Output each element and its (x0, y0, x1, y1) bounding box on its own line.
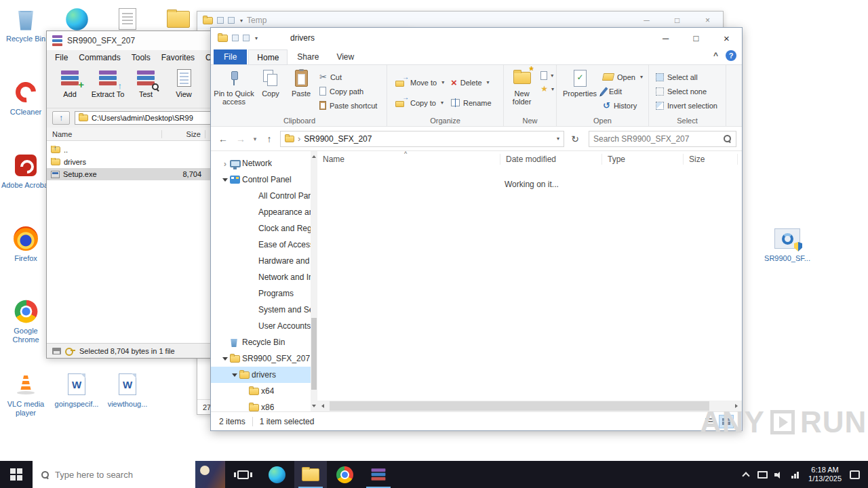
desktop-icon-ccleaner[interactable]: CCleaner (0, 79, 52, 117)
back-button[interactable]: ← (216, 134, 230, 144)
menu-item-tools[interactable]: Tools (126, 53, 156, 62)
sidebar-item-clock-and-region[interactable]: Clock and Region (211, 220, 311, 237)
quick-access-dropdown-icon[interactable]: ▾ (255, 35, 258, 41)
open-button[interactable]: Open▾ (600, 70, 646, 84)
pin-to-quick-access-button[interactable]: Pin to Quick access (212, 65, 256, 106)
taskbar-clock[interactable]: 6:18 AM 1/13/2025 (803, 466, 847, 483)
desktop-icon-word-doc-1[interactable]: W goingspecif... (51, 371, 102, 409)
menu-item-favorites[interactable]: Favorites (156, 53, 200, 62)
column-header-name[interactable]: Name (317, 154, 500, 165)
sidebar-item-ease-of-access[interactable]: Ease of Access (211, 237, 311, 253)
scroll-down-arrow[interactable] (311, 401, 317, 411)
search-icon[interactable] (723, 134, 732, 143)
view-button[interactable]: View (165, 67, 203, 98)
scroll-up-arrow[interactable] (311, 151, 317, 162)
file-list-body[interactable]: Working on it... (317, 167, 742, 411)
taskbar-winrar-button[interactable] (362, 461, 395, 488)
rename-button[interactable]: Rename (451, 96, 500, 110)
sidebar-item-hardware-and-sound[interactable]: Hardware and Sound (211, 253, 311, 269)
scrollbar-thumb[interactable] (330, 401, 709, 411)
edit-button[interactable]: Edit (600, 84, 646, 98)
sidebar-item-system-and-security[interactable]: System and Security (211, 302, 311, 318)
desktop-icon-vlc[interactable]: VLC media player (0, 371, 52, 418)
history-button[interactable]: ↺History (600, 98, 646, 113)
menu-item-file[interactable]: File (50, 53, 73, 62)
tab-view[interactable]: View (328, 49, 362, 64)
explorer-title-bar[interactable]: ▾ drivers ─ □ × (211, 28, 742, 48)
quick-access-toolbar-icon[interactable] (217, 17, 224, 24)
test-button[interactable]: Test (127, 67, 165, 98)
task-view-button[interactable] (226, 461, 259, 488)
notification-center-button[interactable] (850, 470, 860, 479)
taskbar-search-box[interactable] (33, 461, 225, 488)
expanded-arrow-icon[interactable] (222, 357, 228, 361)
quick-access-toolbar-icon[interactable] (232, 35, 239, 41)
forward-button[interactable]: → (234, 134, 248, 144)
new-item-button[interactable]: ▾ (538, 71, 556, 80)
sidebar-item-sr9900-folder[interactable]: SR9900_SFX_207 (211, 350, 311, 367)
desktop-icon-word-doc-2[interactable]: W viewthoug... (102, 371, 153, 409)
column-header-name[interactable]: Name (47, 130, 162, 138)
taskbar-edge-button[interactable] (260, 461, 293, 488)
sidebar-item-all-control-panel-items[interactable]: All Control Panel Items (211, 188, 311, 204)
collapsed-arrow-icon[interactable]: › (224, 159, 226, 169)
sidebar-item-programs[interactable]: Programs (211, 285, 311, 302)
collapse-ribbon-button[interactable]: ^ (713, 51, 718, 60)
copy-button[interactable]: Copy (256, 65, 285, 98)
help-button[interactable]: ? (726, 50, 736, 61)
scroll-left-arrow[interactable] (317, 401, 328, 411)
search-box[interactable] (589, 131, 736, 147)
invert-selection-button[interactable]: Invert selection (653, 98, 720, 113)
properties-button[interactable]: Properties (559, 65, 600, 98)
quick-access-toolbar-icon[interactable] (228, 17, 235, 24)
quick-access-dropdown-icon[interactable]: ▾ (240, 18, 243, 24)
refresh-button[interactable]: ↻ (568, 134, 582, 144)
up-one-level-button[interactable]: ↑ (52, 111, 70, 125)
sidebar-item-appearance[interactable]: Appearance and Personalization (211, 204, 311, 220)
column-header-date-modified[interactable]: Date modified (500, 154, 602, 165)
delete-button[interactable]: ×Delete▾ (451, 75, 500, 89)
paste-button[interactable]: Paste (285, 65, 317, 98)
taskbar-chrome-button[interactable] (328, 461, 361, 488)
tray-network-icon[interactable] (787, 461, 803, 488)
sidebar-item-control-panel[interactable]: Control Panel (211, 171, 311, 188)
close-button[interactable]: × (711, 28, 742, 48)
desktop-icon-google-chrome[interactable]: Google Chrome (0, 298, 52, 344)
taskbar-file-explorer-button[interactable] (294, 461, 327, 488)
add-button[interactable]: + Add (51, 67, 89, 98)
move-to-button[interactable]: →Move to▾ (395, 75, 451, 89)
copy-path-button[interactable]: Copy path (317, 84, 380, 98)
tray-display-icon[interactable] (754, 461, 770, 488)
scrollbar-thumb[interactable] (311, 318, 317, 390)
show-hidden-icons-button[interactable] (738, 461, 754, 488)
quick-access-toolbar-icon[interactable] (243, 35, 250, 41)
easy-access-button[interactable]: ★▾ (538, 84, 556, 94)
column-header-type[interactable]: Type (602, 154, 684, 165)
select-none-button[interactable]: Select none (653, 84, 720, 98)
paste-shortcut-button[interactable]: Paste shortcut (317, 98, 380, 113)
sidebar-item-user-accounts[interactable]: User Accounts (211, 318, 311, 334)
desktop-icon-sr9900[interactable]: SR9900_SF... (762, 225, 813, 263)
tab-home[interactable]: Home (248, 49, 288, 64)
search-highlight-art[interactable] (195, 461, 225, 488)
address-dropdown-icon[interactable]: ▾ (557, 136, 559, 142)
menu-item-commands[interactable]: Commands (73, 53, 125, 62)
extract-to-button[interactable]: ↑ Extract To (89, 67, 127, 98)
up-button[interactable]: ↑ (262, 134, 276, 144)
column-header-size[interactable]: Size (684, 154, 738, 165)
new-folder-button[interactable]: New folder (505, 65, 538, 106)
recent-locations-dropdown-icon[interactable]: ▾ (252, 136, 258, 142)
tray-volume-icon[interactable] (770, 461, 787, 488)
minimize-button[interactable]: ─ (650, 28, 681, 48)
breadcrumb[interactable]: SR9900_SFX_207 (304, 134, 372, 144)
sidebar-item-x86[interactable]: x86 (211, 399, 311, 411)
maximize-button[interactable]: □ (681, 28, 711, 48)
start-button[interactable] (0, 461, 33, 488)
horizontal-scrollbar[interactable] (317, 401, 742, 411)
expanded-arrow-icon[interactable] (222, 178, 228, 182)
address-bar[interactable]: › SR9900_SFX_207 ▾ (280, 131, 564, 147)
sidebar-item-network[interactable]: ›Network (211, 155, 311, 171)
copy-to-button[interactable]: →Copy to▾ (395, 96, 451, 110)
desktop-icon-recycle-bin[interactable]: Recycle Bin (0, 5, 52, 43)
column-header-size[interactable]: Size (162, 130, 205, 138)
